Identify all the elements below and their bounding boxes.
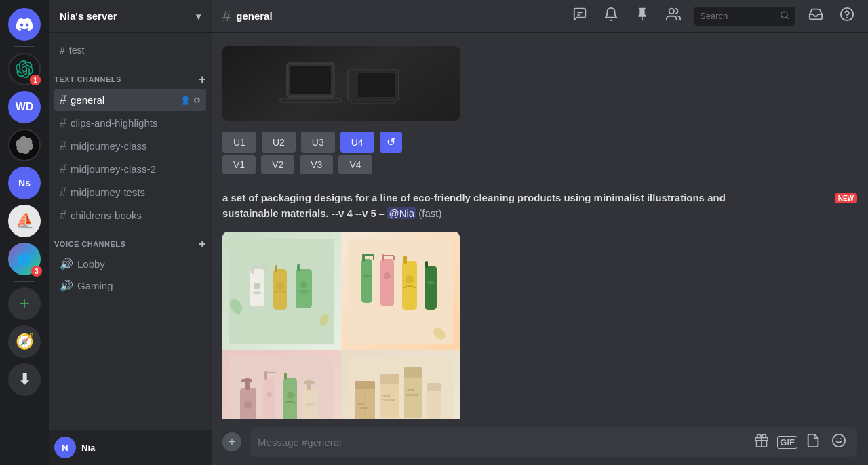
- voice-channel-lobby-name: Lobby: [77, 258, 105, 270]
- ai-server-2-icon[interactable]: [8, 129, 41, 161]
- v1-button-1[interactable]: V1: [222, 155, 256, 174]
- refresh-button-1[interactable]: ↺: [380, 132, 402, 153]
- eco-q4: HERB CLEANSE HERB CLEANSE: [341, 350, 460, 419]
- members-icon[interactable]: [663, 4, 684, 28]
- chevron-down-icon: ▾: [196, 11, 201, 22]
- server-name-header[interactable]: Nia's server ▾: [49, 0, 212, 33]
- channel-item-test[interactable]: # test: [54, 41, 206, 60]
- svg-rect-60: [355, 381, 375, 389]
- inbox-icon[interactable]: [806, 4, 826, 28]
- svg-point-51: [267, 392, 272, 397]
- channel-item-midjourney-tests[interactable]: # midjourney-tests: [54, 181, 206, 203]
- svg-rect-22: [296, 269, 312, 308]
- wd-server-icon[interactable]: WD: [8, 91, 41, 123]
- svg-text:CLEANSE: CLEANSE: [382, 399, 395, 402]
- user-info: Nia: [81, 443, 206, 453]
- search-box[interactable]: [694, 7, 795, 26]
- message-text-2: a set of packaging designs for a line of…: [222, 190, 778, 221]
- v4-button-1[interactable]: V4: [338, 155, 372, 174]
- username-label: Nia: [81, 443, 206, 453]
- ai-server-1-icon[interactable]: 1: [8, 53, 41, 85]
- gift-icon[interactable]: [751, 430, 772, 454]
- svg-rect-53: [284, 373, 287, 380]
- v2-button-1[interactable]: V2: [261, 155, 294, 174]
- add-voice-channel-button[interactable]: +: [199, 238, 206, 250]
- server-bar: 1 WD Ns ⛵ 🌐 3 + 🧭 ⬇: [0, 0, 49, 465]
- notifications-icon[interactable]: [601, 4, 621, 28]
- sailboat-server-icon[interactable]: ⛵: [8, 205, 41, 237]
- voice-channel-gaming[interactable]: 🔊 Gaming: [54, 275, 206, 296]
- svg-rect-12: [290, 66, 331, 94]
- svg-rect-49: [264, 371, 267, 380]
- attach-button[interactable]: +: [222, 432, 241, 451]
- svg-rect-69: [404, 367, 422, 378]
- eco-q1: [222, 232, 341, 350]
- sticker-icon[interactable]: [803, 430, 823, 454]
- channel-hash-icon: #: [222, 7, 231, 25]
- text-channels-label: TEXT CHANNELS: [54, 75, 121, 83]
- help-icon[interactable]: [837, 4, 857, 28]
- emoji-icon[interactable]: [829, 430, 849, 454]
- channel-icons: 👤 ⚙: [180, 96, 201, 105]
- svg-point-24: [300, 281, 307, 288]
- svg-line-4: [787, 17, 789, 19]
- svg-point-54: [287, 392, 294, 399]
- channel-name-display: general: [236, 10, 272, 22]
- u1-button-1[interactable]: U1: [222, 132, 256, 153]
- v3-button-1[interactable]: V3: [300, 155, 333, 174]
- u4-button-1[interactable]: U4: [340, 132, 374, 153]
- svg-text:HERB: HERB: [382, 394, 390, 397]
- gradient-server-icon[interactable]: 🌐 3: [8, 243, 41, 275]
- channel-item-midjourney-class[interactable]: # midjourney-class: [54, 135, 206, 157]
- ns-server-icon[interactable]: Ns: [8, 167, 41, 199]
- topbar-actions: [570, 4, 857, 28]
- svg-text:HERB: HERB: [406, 388, 414, 392]
- add-text-channel-button[interactable]: +: [199, 73, 206, 85]
- explore-icon[interactable]: 🧭: [8, 325, 41, 358]
- discord-home-icon[interactable]: [8, 8, 41, 41]
- channel-title: # general: [222, 7, 273, 25]
- download-icon[interactable]: ⬇: [8, 363, 41, 396]
- channel-name-midjourney-class-2: midjourney-class-2: [71, 163, 201, 175]
- u2-button-1[interactable]: U2: [262, 132, 296, 153]
- image-placeholder-1: [222, 46, 460, 121]
- svg-rect-15: [251, 266, 254, 274]
- svg-rect-33: [382, 254, 384, 261]
- hash-icon: #: [60, 45, 65, 56]
- pin-icon[interactable]: [632, 4, 652, 28]
- main-content: # general: [212, 0, 868, 465]
- voice-channel-lobby[interactable]: 🔊 Lobby: [54, 254, 206, 275]
- svg-point-77: [833, 434, 845, 446]
- badge-count: 1: [30, 75, 41, 85]
- svg-text:CLEANSE: CLEANSE: [357, 407, 370, 410]
- message-group-1: U1 U2 U3 U4 ↺ V1 V2 V3 V4: [212, 43, 868, 177]
- u-buttons-row-1: U1 U2 U3 U4 ↺: [222, 132, 857, 153]
- text-channels-header: TEXT CHANNELS +: [49, 62, 212, 88]
- threads-icon[interactable]: [570, 4, 590, 28]
- channel-item-general[interactable]: # general 👤 ⚙: [54, 89, 206, 111]
- svg-rect-20: [275, 265, 277, 272]
- svg-rect-57: [304, 381, 315, 384]
- add-server-icon[interactable]: +: [8, 287, 41, 320]
- search-input[interactable]: [700, 11, 776, 21]
- user-avatar: N: [54, 437, 76, 458]
- channel-item-clips[interactable]: # clips-and-highlights: [54, 112, 206, 134]
- hash-icon: #: [60, 93, 66, 107]
- svg-rect-40: [425, 266, 437, 310]
- channel-item-midjourney-class-2[interactable]: # midjourney-class-2: [54, 158, 206, 180]
- bar-right-icons: GIF: [751, 430, 849, 454]
- topbar: # general: [212, 0, 868, 33]
- speaker-icon: 🔊: [60, 279, 73, 292]
- gif-icon[interactable]: GIF: [777, 436, 797, 449]
- u3-button-1[interactable]: U3: [301, 132, 335, 153]
- sidebar: Nia's server ▾ # test TEXT CHANNELS + # …: [49, 0, 212, 465]
- message-input[interactable]: [258, 437, 745, 448]
- svg-rect-73: [427, 383, 441, 391]
- channel-item-childrens-books[interactable]: # childrens-books: [54, 204, 206, 226]
- svg-rect-32: [380, 259, 394, 306]
- svg-point-21: [276, 282, 284, 290]
- svg-point-39: [406, 275, 414, 283]
- gear-icon: ⚙: [193, 96, 201, 105]
- svg-rect-48: [263, 378, 275, 419]
- svg-point-18: [254, 283, 260, 289]
